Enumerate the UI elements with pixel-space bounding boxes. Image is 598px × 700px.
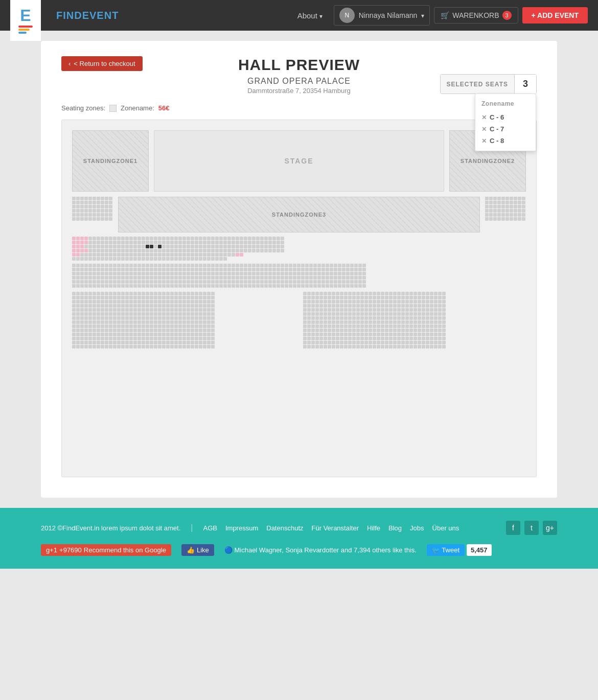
seat[interactable]	[360, 308, 364, 312]
seat[interactable]	[162, 253, 166, 256]
seat[interactable]	[215, 241, 219, 244]
seat[interactable]	[264, 276, 268, 279]
seat[interactable]	[505, 197, 509, 200]
seat[interactable]	[72, 300, 76, 304]
seat[interactable]	[170, 324, 174, 328]
seat[interactable]	[338, 276, 341, 279]
seat[interactable]	[150, 312, 153, 316]
seat[interactable]	[174, 337, 178, 340]
seat[interactable]	[252, 249, 256, 252]
seat[interactable]	[309, 284, 313, 288]
seat[interactable]	[113, 245, 117, 248]
seat[interactable]	[260, 249, 264, 252]
seat[interactable]	[72, 249, 76, 252]
seat[interactable]	[303, 312, 307, 316]
seat[interactable]	[260, 284, 264, 288]
seat[interactable]	[199, 308, 202, 312]
seat[interactable]	[227, 241, 231, 244]
seat[interactable]	[125, 264, 129, 267]
seat[interactable]	[264, 268, 268, 271]
seat[interactable]	[227, 272, 231, 275]
seat[interactable]	[93, 213, 96, 217]
seat[interactable]	[340, 333, 343, 336]
seat[interactable]	[182, 272, 186, 275]
seat[interactable]	[240, 276, 243, 279]
seat[interactable]	[88, 345, 92, 348]
seat[interactable]	[199, 245, 202, 248]
seat[interactable]	[84, 312, 88, 316]
seat[interactable]	[326, 276, 329, 279]
seat[interactable]	[199, 237, 202, 240]
seat[interactable]	[142, 284, 145, 288]
seat[interactable]	[315, 333, 319, 336]
seat[interactable]	[137, 264, 141, 267]
seat[interactable]	[489, 213, 493, 217]
seat[interactable]	[121, 284, 125, 288]
seat[interactable]	[178, 308, 182, 312]
seat[interactable]	[393, 304, 397, 308]
seat[interactable]	[393, 337, 397, 340]
seat[interactable]	[315, 341, 319, 344]
seat[interactable]	[101, 316, 104, 320]
seat[interactable]	[377, 333, 380, 336]
seat[interactable]	[358, 280, 362, 284]
seat[interactable]	[170, 300, 174, 304]
seat[interactable]	[117, 264, 121, 267]
seat[interactable]	[105, 300, 108, 304]
seat[interactable]	[319, 300, 323, 304]
seat[interactable]	[418, 320, 421, 324]
seat[interactable]	[418, 316, 421, 320]
seat[interactable]	[438, 345, 442, 348]
seat[interactable]	[72, 213, 76, 217]
seat[interactable]	[203, 337, 206, 340]
seat[interactable]	[277, 272, 280, 275]
seat[interactable]	[182, 329, 186, 332]
seat[interactable]	[121, 308, 125, 312]
seat[interactable]	[191, 320, 194, 324]
seat[interactable]	[211, 280, 215, 284]
seat[interactable]	[319, 292, 323, 295]
seat[interactable]	[187, 329, 190, 332]
seat[interactable]	[80, 245, 84, 248]
seat[interactable]	[510, 217, 513, 221]
seat[interactable]	[97, 209, 100, 213]
seat[interactable]	[309, 272, 313, 275]
seat[interactable]	[105, 276, 108, 279]
seat[interactable]	[174, 284, 178, 288]
seat[interactable]	[182, 280, 186, 284]
seat[interactable]	[211, 333, 215, 336]
seat[interactable]	[109, 304, 112, 308]
seat[interactable]	[385, 341, 388, 344]
seat[interactable]	[154, 253, 157, 256]
seat[interactable]	[117, 272, 121, 275]
seat[interactable]	[146, 241, 149, 244]
seat[interactable]	[397, 329, 401, 332]
seat[interactable]	[348, 300, 352, 304]
seat[interactable]	[170, 333, 174, 336]
seat[interactable]	[101, 272, 104, 275]
seat[interactable]	[137, 341, 141, 344]
seat[interactable]	[272, 284, 276, 288]
seat[interactable]	[360, 316, 364, 320]
seat[interactable]	[413, 296, 417, 299]
seat[interactable]	[401, 296, 405, 299]
seat[interactable]	[281, 245, 284, 248]
seat[interactable]	[133, 237, 137, 240]
seat[interactable]	[207, 241, 211, 244]
seat[interactable]	[170, 345, 174, 348]
seat[interactable]	[174, 245, 178, 248]
seat[interactable]	[303, 345, 307, 348]
seat[interactable]	[313, 264, 317, 267]
seat[interactable]	[105, 329, 108, 332]
seat[interactable]	[328, 337, 331, 340]
seat[interactable]	[150, 264, 153, 267]
seat[interactable]	[133, 284, 137, 288]
seat[interactable]	[207, 272, 211, 275]
seat[interactable]	[422, 337, 425, 340]
seat[interactable]	[101, 329, 104, 332]
seat[interactable]	[76, 241, 80, 244]
seat[interactable]	[236, 268, 239, 271]
seat[interactable]	[405, 329, 409, 332]
seat[interactable]	[256, 272, 260, 275]
seat-remove-icon-1[interactable]: ✕	[481, 114, 487, 121]
